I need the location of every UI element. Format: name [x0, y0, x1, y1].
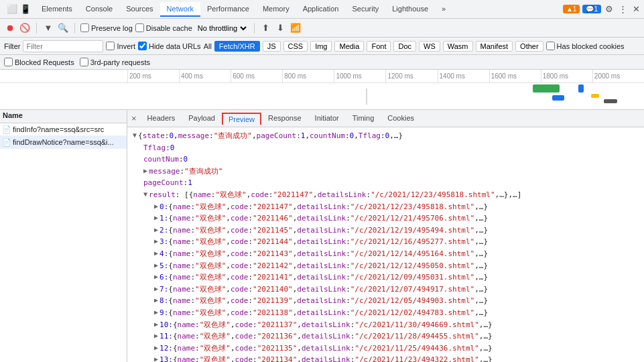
tab-security[interactable]: Security	[345, 2, 385, 17]
tab-network[interactable]: Network	[160, 2, 200, 17]
filter-ws[interactable]: WS	[419, 41, 440, 52]
tab-sources[interactable]: Sources	[119, 2, 159, 17]
invert-checkbox[interactable]	[106, 42, 115, 50]
bar-blue-1	[552, 95, 564, 101]
disable-cache-checkbox[interactable]	[135, 23, 144, 32]
clear-icon[interactable]: 🚫	[19, 22, 31, 34]
filter-img[interactable]: Img	[310, 41, 332, 52]
json-top-line: ▼ { state : 0 , message : "查询成功" , pageC…	[133, 130, 639, 142]
tab-performance[interactable]: Performance	[200, 2, 256, 17]
expand-item-5[interactable]: ▶	[154, 260, 158, 271]
expand-item-6[interactable]: ▶	[154, 272, 158, 282]
expand-item-0[interactable]: ▶	[154, 201, 158, 212]
tab-bar: ⬜ 📱 Elements Console Sources Network Per…	[0, 0, 644, 19]
expand-item-9[interactable]: ▶	[154, 307, 158, 318]
tick-600: 600 ms	[231, 70, 282, 82]
sub-tab-response[interactable]: Response	[261, 111, 308, 126]
tab-elements[interactable]: Elements	[35, 2, 79, 17]
filter-doc[interactable]: Doc	[393, 41, 416, 52]
expand-item-13[interactable]: ▶	[154, 354, 158, 362]
tick-1600: 1600 ms	[489, 70, 541, 82]
result-item-1: ▶ 1: { name : "双色球" , code : "2021146" ,…	[154, 213, 639, 225]
blocked-cookies-text: Has blocked cookies	[557, 42, 625, 50]
hide-data-urls-checkbox[interactable]	[138, 42, 147, 50]
invert-label[interactable]: Invert	[106, 42, 135, 50]
blocked-cookies-label[interactable]: Has blocked cookies	[546, 42, 625, 50]
request-item-1[interactable]: 📄 findDrawNotice?name=ssq&i...	[0, 136, 127, 149]
expand-item-8[interactable]: ▶	[154, 295, 158, 306]
filter-other[interactable]: Other	[515, 41, 543, 52]
tab-console[interactable]: Console	[79, 2, 119, 17]
expand-result[interactable]: ▼	[143, 189, 147, 200]
sub-tab-headers[interactable]: Headers	[141, 111, 182, 126]
filter-input[interactable]	[23, 40, 103, 52]
record-icon[interactable]: ⏺	[4, 22, 16, 34]
json-countnum: countNum : 0	[143, 154, 639, 166]
tab-application[interactable]: Application	[296, 2, 346, 17]
download-icon[interactable]: ⬇	[275, 22, 287, 34]
third-party-checkbox[interactable]	[80, 58, 88, 66]
filter-wasm[interactable]: Wasm	[443, 41, 473, 52]
sub-tab-initiator[interactable]: Initiator	[308, 111, 346, 126]
blocked-cookies-checkbox[interactable]	[546, 42, 555, 50]
preview-content[interactable]: ▼ { state : 0 , message : "查询成功" , pageC…	[127, 127, 644, 362]
result-item-2: ▶ 2: { name : "双色球" , code : "2021145" ,…	[154, 225, 639, 237]
close-icon[interactable]: ✕	[631, 4, 641, 15]
result-items: ▶ 0: { name : "双色球" , code : "2021147" ,…	[133, 201, 639, 362]
sub-tab-timing[interactable]: Timing	[346, 111, 381, 126]
expand-item-3[interactable]: ▶	[154, 236, 158, 247]
request-item-0[interactable]: 📄 findInfo?name=ssq&src=src	[0, 123, 127, 136]
result-item-6: ▶ 6: { name : "双色球" , code : "2021141" ,…	[154, 272, 639, 284]
inspect-icon[interactable]: ⬜	[7, 4, 17, 15]
filter-manifest[interactable]: Manifest	[476, 41, 513, 52]
expand-item-10[interactable]: ▶	[154, 319, 158, 330]
sub-tab-preview[interactable]: Preview	[222, 113, 261, 125]
tab-bar-right: ▲1 💬1 ⚙ ⋮ ✕	[563, 4, 641, 15]
filter-font[interactable]: Font	[367, 41, 391, 52]
throttle-select[interactable]: No throttling	[195, 23, 249, 33]
blocked-requests-checkbox[interactable]	[4, 58, 13, 66]
settings-icon[interactable]: ⚙	[604, 4, 615, 15]
expand-message[interactable]: ▶	[143, 166, 147, 176]
disable-cache-label[interactable]: Disable cache	[135, 23, 192, 32]
third-party-label[interactable]: 3rd-party requests	[80, 58, 150, 66]
info-badge: 💬1	[582, 5, 601, 13]
expand-item-12[interactable]: ▶	[154, 343, 158, 353]
upload-icon[interactable]: ⬆	[260, 22, 272, 34]
filter-css[interactable]: CSS	[283, 41, 308, 52]
name-column-header: Name	[0, 110, 127, 123]
expand-item-1[interactable]: ▶	[154, 213, 158, 223]
preserve-log-label[interactable]: Preserve log	[80, 23, 133, 32]
timeline-bars	[0, 83, 644, 110]
expand-item-7[interactable]: ▶	[154, 284, 158, 294]
result-item-10: ▶ 10: { name : "双色球" , code : "2021137" …	[154, 319, 639, 331]
expand-item-2[interactable]: ▶	[154, 225, 158, 235]
tab-memory[interactable]: Memory	[256, 2, 296, 17]
blocked-requests-text: Blocked Requests	[15, 58, 74, 66]
tab-more[interactable]: »	[435, 2, 452, 17]
tab-lighthouse[interactable]: Lighthouse	[385, 2, 435, 17]
wifi-icon[interactable]: 📶	[289, 22, 302, 34]
tick-1400: 1400 ms	[438, 70, 489, 82]
sub-tab-payload[interactable]: Payload	[182, 111, 222, 126]
expand-item-11[interactable]: ▶	[154, 330, 158, 341]
blocked-requests-label[interactable]: Blocked Requests	[4, 58, 74, 66]
search-icon[interactable]: 🔍	[57, 22, 69, 34]
sub-tab-cookies[interactable]: Cookies	[381, 111, 421, 126]
json-pagecount: pageCount : 1	[143, 177, 639, 189]
filter-media[interactable]: Media	[334, 41, 364, 52]
filter-fetch-xhr[interactable]: Fetch/XHR	[214, 41, 260, 52]
json-tflag: Tflag : 0	[143, 142, 639, 154]
preserve-log-text: Preserve log	[91, 24, 133, 32]
expand-top[interactable]: ▼	[133, 130, 137, 141]
sub-tab-close[interactable]: ×	[131, 113, 137, 123]
preserve-log-checkbox[interactable]	[80, 23, 89, 32]
filter-js[interactable]: JS	[263, 41, 281, 52]
result-item-9: ▶ 9: { name : "双色球" , code : "2021138" ,…	[154, 307, 639, 319]
more-icon[interactable]: ⋮	[617, 4, 628, 15]
device-icon[interactable]: 📱	[20, 4, 31, 15]
right-panel: × Headers Payload Preview Response Initi…	[127, 110, 644, 362]
expand-item-4[interactable]: ▶	[154, 248, 158, 259]
hide-data-urls-label[interactable]: Hide data URLs	[138, 42, 201, 50]
filter-icon[interactable]: ▼	[42, 22, 54, 34]
